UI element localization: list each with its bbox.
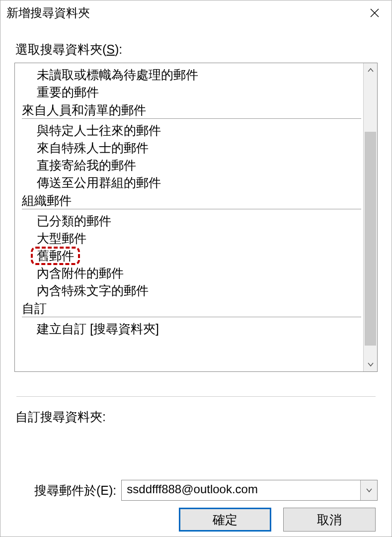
separator: [16, 396, 376, 397]
ok-button[interactable]: 確定: [179, 508, 271, 532]
list-item[interactable]: 來自特殊人士的郵件: [20, 139, 363, 157]
list-group-header: 來自人員和清單的郵件: [20, 101, 363, 117]
scroll-up-icon[interactable]: [364, 63, 377, 77]
folder-list-box[interactable]: 未讀取或標幟為待處理的郵件重要的郵件來自人員和清單的郵件與特定人士往來的郵件來自…: [14, 63, 378, 372]
list-item[interactable]: 內含特殊文字的郵件: [20, 282, 363, 299]
close-button[interactable]: [364, 2, 386, 24]
group-separator: [22, 209, 361, 209]
list-item[interactable]: 建立自訂 [搜尋資料夾]: [20, 320, 363, 338]
titlebar: 新增搜尋資料夾: [0, 0, 392, 25]
mailbox-combobox[interactable]: ssddfff888@outlook.com: [121, 480, 378, 501]
custom-folder-label: 自訂搜尋資料夾:: [15, 409, 378, 425]
group-separator: [22, 118, 361, 119]
cancel-button[interactable]: 取消: [283, 508, 376, 532]
close-icon: [370, 8, 380, 18]
scrollbar-thumb[interactable]: [365, 132, 376, 346]
mailbox-value: ssddfff888@outlook.com: [122, 480, 360, 500]
scrollbar[interactable]: [363, 63, 377, 371]
scrollbar-track[interactable]: [364, 77, 377, 358]
dialog-title: 新增搜尋資料夾: [6, 5, 364, 21]
list-item[interactable]: 傳送至公用群組的郵件: [20, 174, 363, 191]
list-group-header: 自訂: [20, 299, 363, 316]
list-group-header: 組織郵件: [20, 191, 363, 208]
list-item[interactable]: 內含附件的郵件: [20, 265, 363, 282]
scroll-down-icon[interactable]: [364, 358, 377, 371]
list-item[interactable]: 大型郵件: [20, 230, 363, 247]
list-item[interactable]: 重要的郵件: [20, 84, 363, 101]
search-mail-label: 搜尋郵件於(E):: [34, 482, 116, 499]
chevron-down-icon: [366, 488, 372, 493]
list-item[interactable]: 直接寄給我的郵件: [20, 157, 363, 174]
group-separator: [22, 317, 361, 317]
select-folder-label: 選取搜尋資料夾(S):: [15, 41, 378, 58]
combobox-dropdown-button[interactable]: [360, 480, 377, 500]
list-item[interactable]: 已分類的郵件: [20, 212, 363, 230]
new-search-folder-dialog: 新增搜尋資料夾 選取搜尋資料夾(S): 未讀取或標幟為待處理的郵件重要的郵件來自…: [0, 0, 392, 537]
list-item[interactable]: 舊郵件: [20, 247, 363, 265]
list-item[interactable]: 未讀取或標幟為待處理的郵件: [20, 66, 363, 84]
list-item[interactable]: 與特定人士往來的郵件: [20, 122, 363, 139]
highlighted-item: 舊郵件: [37, 250, 74, 262]
